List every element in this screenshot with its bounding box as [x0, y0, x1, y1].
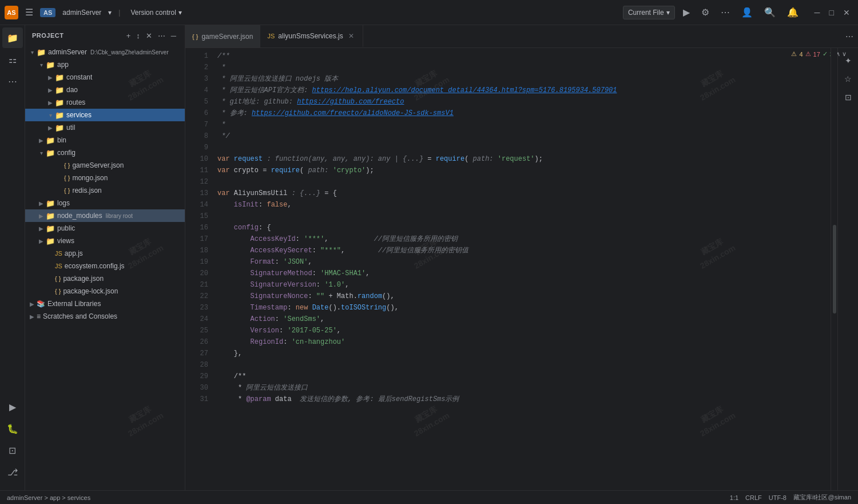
breadcrumb[interactable]: adminServer > app > services — [7, 494, 90, 501]
tree-public[interactable]: ▶ 📁 public — [25, 222, 185, 235]
tree-config[interactable]: ▾ 📁 config — [25, 146, 185, 159]
line-ending[interactable]: CRLF — [745, 494, 762, 501]
tree-external-libs[interactable]: ▶ 📚 External Libraries — [25, 297, 185, 310]
minimize-btn[interactable]: ─ — [811, 7, 824, 18]
code-view[interactable]: ⚠ 4 ⚠ 17 ✓ 3 ∧ ∨ /** * * 阿里云短信发送接口 nodej… — [213, 48, 831, 490]
code-line-1: /** — [213, 50, 831, 62]
util-label: util — [66, 124, 75, 132]
app-js-label: app.js — [65, 249, 83, 257]
right-panel: ✦ ☆ ⊡ — [837, 48, 858, 490]
tab-gameserver[interactable]: { } gameServer.json — [185, 25, 260, 47]
tree-package-json[interactable]: { } package.json — [25, 272, 185, 285]
project-initials: AS — [43, 9, 52, 16]
code-line-3: * 阿里云短信发送接口 nodejs 版本 — [213, 73, 831, 85]
tree-ecosystem-js[interactable]: JS ecosystem.config.js — [25, 260, 185, 272]
user-icon[interactable]: 👤 — [738, 5, 756, 20]
tab-aliyunsms-close[interactable]: ✕ — [347, 31, 356, 41]
breadcrumb-sep: | — [118, 9, 120, 17]
sidebar-up-icon[interactable]: ↕ — [134, 30, 142, 41]
activity-debug[interactable]: 🐛 — [2, 418, 23, 439]
line-numbers: 1234567891011121314151617181920212223242… — [185, 48, 213, 490]
right-bookmark-icon[interactable]: ☆ — [840, 71, 856, 87]
code-lines: /** * * 阿里云短信发送接口 nodejs 版本 * 阿里云短信API官方… — [213, 50, 831, 405]
activity-structure[interactable]: ⚏ — [2, 49, 23, 70]
root-label: adminServer — [48, 48, 87, 56]
tree-package-lock-json[interactable]: { } package-lock.json — [25, 285, 185, 297]
app-logo: AS — [5, 6, 18, 19]
tree-logs[interactable]: ▶ 📁 logs — [25, 197, 185, 209]
tree-dao[interactable]: ▶ 📁 dao — [25, 84, 185, 96]
more-icon[interactable]: ⋯ — [717, 5, 733, 20]
tree-node-modules[interactable]: ▶ 📁 node_modules library root — [25, 209, 185, 222]
search-icon[interactable]: 🔍 — [761, 5, 779, 20]
tab-gameserver-label: gameServer.json — [201, 33, 253, 41]
settings-icon[interactable]: ⚙ — [698, 5, 713, 20]
tree-constant[interactable]: ▶ 📁 constant — [25, 71, 185, 84]
ext-libs-label: External Libraries — [47, 300, 101, 308]
activity-run[interactable]: ▶ — [2, 396, 23, 417]
activity-bottom: ▶ 🐛 ⊡ ⎇ — [2, 396, 23, 488]
activity-vcs[interactable]: ⊡ — [2, 440, 23, 461]
tree-root[interactable]: ▾ 📁 adminServer D:\Cbk_wangZhe\adminServ… — [25, 46, 185, 58]
code-line-2: * — [213, 62, 831, 73]
sidebar-header: Project + ↕ ✕ ⋯ ─ — [25, 25, 185, 46]
constant-folder-icon: 📁 — [55, 73, 64, 82]
indent-info[interactable]: 藏宝库it社区@siman — [793, 493, 851, 502]
sidebar-header-icons: + ↕ ✕ ⋯ ─ — [125, 30, 178, 41]
services-arrow: ▾ — [46, 112, 55, 118]
mini-scroll-thumb[interactable] — [833, 225, 836, 313]
encoding[interactable]: UTF-8 — [769, 494, 786, 501]
public-label: public — [57, 224, 75, 232]
activity-files[interactable]: 📁 — [2, 27, 23, 48]
sidebar-minimize-icon[interactable]: ─ — [169, 30, 178, 41]
code-line-31: * @param data 发送短信的参数, 参考: 最后sendRegistS… — [213, 394, 831, 405]
right-terminal-icon[interactable]: ⊡ — [840, 89, 856, 105]
tree-routes[interactable]: ▶ 📁 routes — [25, 96, 185, 109]
code-line-13: var AliyunSmsUtil : {...} = { — [213, 188, 831, 199]
sidebar-more-icon[interactable]: ⋯ — [156, 30, 167, 41]
tree-bin[interactable]: ▶ 📁 bin — [25, 134, 185, 146]
tree-app[interactable]: ▾ 📁 app — [25, 58, 185, 71]
config-label: config — [57, 149, 76, 157]
close-btn[interactable]: ✕ — [840, 7, 853, 18]
current-file-chevron: ▾ — [666, 9, 670, 17]
tab-aliyunsms[interactable]: JS aliyunSmsServices.js ✕ — [260, 25, 363, 47]
tree-app-js[interactable]: JS app.js — [25, 247, 185, 260]
root-arrow: ▾ — [27, 49, 37, 55]
services-label: services — [66, 111, 92, 119]
mini-scrollbar[interactable] — [831, 48, 837, 490]
tab-more-btn[interactable]: ⋯ — [841, 32, 858, 41]
tree-mongo-json[interactable]: { } mongo.json — [25, 172, 185, 184]
sidebar-add-icon[interactable]: + — [125, 30, 133, 41]
current-file-btn[interactable]: Current File ▾ — [623, 6, 675, 19]
ext-libs-arrow: ▶ — [27, 301, 37, 307]
dao-arrow: ▶ — [46, 87, 55, 93]
hamburger-icon[interactable]: ☰ — [23, 5, 35, 20]
version-control-btn[interactable]: Version control ▾ — [127, 7, 185, 18]
status-bar: adminServer > app > services 1:1 CRLF UT… — [0, 490, 858, 504]
project-badge[interactable]: AS — [40, 8, 55, 17]
maximize-btn[interactable]: □ — [826, 7, 837, 18]
tree-services[interactable]: ▾ 📁 services — [25, 109, 185, 121]
run-icon[interactable]: ▶ — [680, 5, 693, 20]
root-folder-icon: 📁 — [37, 48, 46, 57]
code-line-7: * — [213, 119, 831, 130]
mongo-file-icon: { } — [64, 174, 70, 181]
dao-folder-icon: 📁 — [55, 86, 64, 94]
activity-git[interactable]: ⎇ — [2, 462, 23, 482]
window-controls: ─ □ ✕ — [811, 7, 853, 18]
tree-redis-json[interactable]: { } redis.json — [25, 184, 185, 197]
tree-util[interactable]: ▶ 📁 util — [25, 121, 185, 134]
bell-icon[interactable]: 🔔 — [784, 5, 802, 20]
tree-scratches[interactable]: ▶ ≡ Scratches and Consoles — [25, 310, 185, 323]
sidebar-close-icon[interactable]: ✕ — [144, 30, 154, 41]
tree-views[interactable]: ▶ 📁 views — [25, 235, 185, 247]
code-line-18: AccessKeySecret: "***", //阿里短信服务所用的密钥值 — [213, 245, 831, 256]
tree-gameserver-json[interactable]: { } gameServer.json — [25, 159, 185, 172]
activity-more[interactable]: ⋯ — [2, 71, 23, 92]
title-bar-left: AS ☰ AS adminServer ▾ | Version control … — [5, 5, 623, 20]
code-line-10: var request : function(any, any, any): a… — [213, 153, 831, 165]
public-arrow: ▶ — [37, 225, 46, 232]
project-name[interactable]: adminServer — [62, 9, 101, 17]
cursor-position[interactable]: 1:1 — [730, 494, 738, 501]
